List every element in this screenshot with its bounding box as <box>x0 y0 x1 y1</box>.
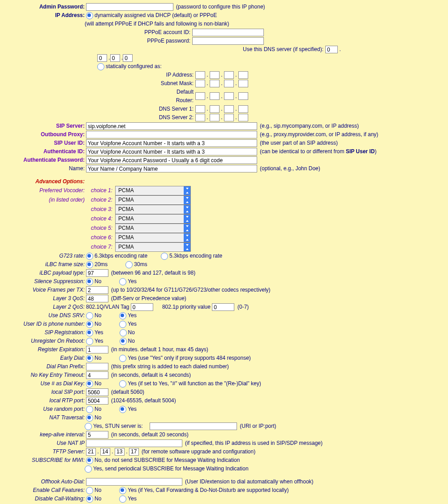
ip-dynamic-radio[interactable] <box>86 12 93 19</box>
auth-pw-input[interactable] <box>86 156 257 164</box>
offhook-hint: (User ID/extension to dial automatically… <box>185 478 314 486</box>
ip-oct1-input[interactable] <box>97 54 107 62</box>
dcw-a-radio[interactable] <box>86 495 93 503</box>
vocoder-choice-5-select[interactable]: PCMA <box>116 224 190 232</box>
tftp-o4[interactable] <box>129 448 139 456</box>
dnssrv-a-radio[interactable] <box>86 312 93 319</box>
sipreg-a-radio[interactable] <box>86 329 93 336</box>
vocoder-choice-7-select[interactable]: PCMA <box>116 243 190 251</box>
sipreg-label: SIP Registration: <box>5 328 86 337</box>
choice-7-label: choice 7: <box>86 243 112 251</box>
dnssrv-b-radio[interactable] <box>119 312 126 319</box>
sipreg-b-radio[interactable] <box>120 329 127 336</box>
lrtp-input[interactable] <box>86 397 108 405</box>
nat-label: NAT Traversal: <box>5 414 86 422</box>
vocoder-choice-3-select[interactable]: PCMA <box>116 205 190 213</box>
dns-oct-input[interactable] <box>325 46 338 53</box>
g723-b-text: 5.3kbps encoding rate <box>169 252 222 260</box>
g723-a-radio[interactable] <box>86 253 93 260</box>
static-mask-1[interactable] <box>195 80 205 87</box>
lsip-input[interactable] <box>86 388 108 396</box>
vocoder-choice-1-select[interactable]: PCMA <box>116 186 190 194</box>
nat-b-radio[interactable] <box>85 423 92 430</box>
ilbcfs-b-radio[interactable] <box>125 261 133 268</box>
nke-input[interactable] <box>86 371 108 379</box>
tftp-o3[interactable] <box>115 448 125 456</box>
silence-a-radio[interactable] <box>86 278 93 285</box>
g723-a-text: 6.3kbps encoding rate <box>95 252 147 260</box>
vocoder-choice-2-select[interactable]: PCMA <box>116 196 190 204</box>
rand-a-radio[interactable] <box>86 406 93 413</box>
static-mask-label: Subnet Mask: <box>158 79 194 88</box>
auth-id-label: Authenticate ID: <box>5 147 86 156</box>
early-a-radio[interactable] <box>86 355 93 362</box>
l2-tag-input[interactable] <box>131 303 153 311</box>
uidphone-b-radio[interactable] <box>119 321 126 328</box>
hash-label: Use # as Dial Key: <box>5 379 86 388</box>
static-dns1-1[interactable] <box>195 105 205 113</box>
silence-b-radio[interactable] <box>119 278 126 285</box>
hash-b-radio[interactable] <box>119 380 126 388</box>
static-dns1-label: DNS Server 1: <box>158 105 194 113</box>
stun-server-input[interactable] <box>150 422 237 430</box>
dcw-b-radio[interactable] <box>119 495 126 503</box>
ip-oct2-input[interactable] <box>110 54 120 62</box>
ip-dynamic-note: (will attempt PPPoE if DHCP fails and fo… <box>85 20 229 28</box>
ip-static-radio[interactable] <box>97 63 104 70</box>
natip-input[interactable] <box>86 439 182 447</box>
rand-b-radio[interactable] <box>119 406 126 413</box>
ecf-b-radio[interactable] <box>119 487 126 494</box>
auth-id-input[interactable] <box>86 148 257 155</box>
tftp-o1[interactable] <box>86 448 96 456</box>
keep-input[interactable] <box>86 431 108 439</box>
ecf-a-radio[interactable] <box>86 487 93 494</box>
vocoder-choice-6-select[interactable]: PCMA <box>116 233 190 241</box>
name-label: Name: <box>5 164 86 173</box>
sip-userid-hint: (the user part of an SIP address) <box>260 139 338 147</box>
dpp-hint: (this prefix string is added to each dia… <box>111 362 229 371</box>
pppoe-id-input[interactable] <box>192 29 264 36</box>
dns-hint: Use this DNS server (if specified): <box>243 45 323 54</box>
nke-label: No Key Entry Timeout: <box>5 371 86 379</box>
nat-a-radio[interactable] <box>86 414 93 422</box>
static-ip-2[interactable] <box>210 71 220 79</box>
uidphone-a-radio[interactable] <box>86 321 93 328</box>
mwi-a-radio[interactable] <box>86 457 93 464</box>
name-hint: (optional, e.g., John Doe) <box>260 164 320 173</box>
ilbcpt-input[interactable] <box>86 269 108 277</box>
offhook-input[interactable] <box>86 478 182 486</box>
sip-server-input[interactable] <box>86 122 257 130</box>
static-ip-3[interactable] <box>224 71 234 79</box>
l2-pri-input[interactable] <box>212 303 234 311</box>
unreg-b-radio[interactable] <box>120 338 127 345</box>
static-ip-1[interactable] <box>195 71 205 79</box>
lsip-label: local SIP port: <box>5 388 86 396</box>
pppoe-pw-input[interactable] <box>192 37 264 45</box>
static-router-1[interactable] <box>195 92 205 100</box>
name-input[interactable] <box>86 165 257 172</box>
outbound-proxy-input[interactable] <box>86 131 257 138</box>
early-b-radio[interactable] <box>119 355 126 362</box>
g723-b-radio[interactable] <box>161 253 168 260</box>
choice-2-label: choice 2: <box>86 196 112 204</box>
admin-password-input[interactable] <box>86 3 173 11</box>
l3-label: Layer 3 QoS: <box>5 294 86 303</box>
tftp-o2[interactable] <box>100 448 110 456</box>
static-ip-4[interactable] <box>238 71 248 79</box>
mwi-b-radio[interactable] <box>85 465 92 473</box>
static-dns2-1[interactable] <box>195 114 205 121</box>
unreg-a-radio[interactable] <box>86 338 93 345</box>
vocoder-choice-4-select[interactable]: PCMA <box>116 215 190 223</box>
sip-userid-input[interactable] <box>86 139 257 147</box>
ip-address-label: IP Address: <box>5 11 86 20</box>
lrtp-label: local RTP port: <box>5 396 86 405</box>
choice-3-label: choice 3: <box>86 205 112 214</box>
ip-oct3-input[interactable] <box>123 54 133 62</box>
vft-input[interactable] <box>86 286 108 294</box>
dpp-input[interactable] <box>86 363 108 370</box>
regexp-input[interactable] <box>86 346 108 353</box>
l2-label: Layer 2 QoS: <box>5 303 86 311</box>
hash-a-radio[interactable] <box>86 380 93 388</box>
l3-input[interactable] <box>86 295 108 302</box>
ilbcfs-a-radio[interactable] <box>86 261 93 268</box>
